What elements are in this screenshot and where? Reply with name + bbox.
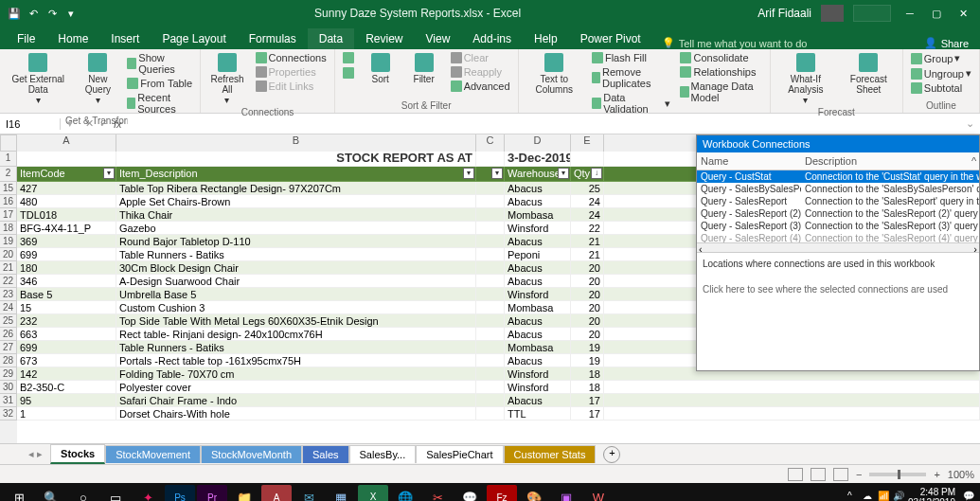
col-header-b[interactable]: B xyxy=(116,134,476,152)
subtotal-button[interactable]: Subtotal xyxy=(909,81,973,95)
screenshot-icon[interactable]: ▣ xyxy=(551,485,581,501)
tray-chevron-icon[interactable]: ^ xyxy=(847,491,861,501)
refresh-all-button[interactable]: Refresh All▾ xyxy=(206,51,247,107)
tab-pagelayout[interactable]: Page Layout xyxy=(151,28,237,49)
select-all-button[interactable] xyxy=(0,134,17,152)
sheet-tab-sales[interactable]: Sales xyxy=(302,445,349,463)
sheet-tab-stocks[interactable]: Stocks xyxy=(50,444,105,464)
sort-button[interactable]: Sort xyxy=(362,51,400,86)
tab-addins[interactable]: Add-ins xyxy=(461,28,523,49)
premiere-icon[interactable]: Pr xyxy=(197,485,227,501)
ribbon-display-options[interactable] xyxy=(853,5,891,22)
col-header-c[interactable]: C xyxy=(476,134,505,152)
close-button[interactable]: ✕ xyxy=(950,0,976,27)
col-header-d[interactable]: D xyxy=(505,134,571,152)
access-icon[interactable]: A xyxy=(261,485,292,501)
remove-duplicates-button[interactable]: Remove Duplicates xyxy=(590,65,673,90)
paint-icon[interactable]: 🎨 xyxy=(519,485,549,501)
consolidate-button[interactable]: Consolidate xyxy=(678,51,763,64)
sort-asc-button[interactable] xyxy=(341,51,356,64)
col-header-a[interactable]: A xyxy=(17,134,116,152)
col-description[interactable]: Description xyxy=(801,152,968,170)
share-button[interactable]: 👤 Share xyxy=(924,37,969,49)
minimize-button[interactable]: ─ xyxy=(897,0,923,27)
relationships-button[interactable]: Relationships xyxy=(678,65,763,79)
sheet-tab-stockmovemonth[interactable]: StockMoveMonth xyxy=(201,445,302,463)
table-row[interactable]: 1Dorset Chairs-With holeTTL17 xyxy=(17,407,980,420)
volume-icon[interactable]: 🔊 xyxy=(893,491,906,501)
qat-customize-icon[interactable]: ▾ xyxy=(64,7,78,20)
sheet-tab-salespiechart[interactable]: SalesPieChart xyxy=(416,445,503,463)
calculator-icon[interactable]: ▦ xyxy=(326,485,356,501)
tab-home[interactable]: Home xyxy=(46,28,99,49)
sort-desc-button[interactable] xyxy=(341,66,356,80)
forecast-sheet-button[interactable]: Forecast Sheet xyxy=(841,51,897,97)
new-sheet-button[interactable]: + xyxy=(603,446,620,463)
tab-powerpivot[interactable]: Power Pivot xyxy=(569,28,652,49)
sheet-tab-salesby[interactable]: SalesBy... xyxy=(349,445,417,463)
from-table-button[interactable]: From Table xyxy=(125,77,194,90)
properties-button[interactable]: Properties xyxy=(254,65,329,79)
text-to-columns-button[interactable]: Text to Columns xyxy=(525,51,584,97)
avatar[interactable] xyxy=(821,5,844,22)
app-icon[interactable]: ✦ xyxy=(133,485,163,501)
edit-links-button[interactable]: Edit Links xyxy=(254,80,329,93)
table-row[interactable]: 95Safari Chair Frame - IndoAbacus17 xyxy=(17,394,980,407)
show-queries-button[interactable]: Show Queries xyxy=(125,51,194,76)
tell-me-search[interactable]: 💡 Tell me what you want to do xyxy=(662,37,808,49)
onedrive-icon[interactable]: ☁ xyxy=(863,491,876,501)
col-name[interactable]: Name xyxy=(697,152,801,170)
connections-list[interactable]: Query - CustStatConnection to the 'CustS… xyxy=(697,170,979,242)
search-icon[interactable]: 🔍 xyxy=(36,485,66,501)
flash-fill-button[interactable]: Flash Fill xyxy=(590,51,673,64)
fx-icon[interactable]: fx xyxy=(114,118,122,130)
filter-icon[interactable]: ▾ xyxy=(558,168,569,179)
maximize-button[interactable]: ▢ xyxy=(923,0,950,27)
advanced-button[interactable]: Advanced xyxy=(449,80,512,93)
cancel-icon[interactable]: ✕ xyxy=(85,117,94,130)
page-break-view-icon[interactable] xyxy=(833,468,848,481)
sheet-tab-stockmovement[interactable]: StockMovement xyxy=(105,445,201,463)
undo-icon[interactable]: ↶ xyxy=(27,7,40,20)
sort-icon[interactable]: ^ xyxy=(968,152,979,170)
locations-hint[interactable]: Click here to see where the selected con… xyxy=(697,275,979,304)
tab-file[interactable]: File xyxy=(6,28,46,49)
filter-icon[interactable]: ▾ xyxy=(491,168,503,179)
zoom-in-button[interactable]: + xyxy=(934,469,939,480)
filter-button[interactable]: Filter xyxy=(405,51,443,86)
notifications-icon[interactable]: 💬 xyxy=(963,491,976,501)
zoom-slider[interactable] xyxy=(869,473,926,476)
name-box-dropdown[interactable]: ▾ xyxy=(61,117,80,130)
group-button[interactable]: Group ▾ xyxy=(909,51,973,65)
row-headers[interactable]: 1 2 151617181920212223242526272829303132 xyxy=(0,152,17,443)
system-clock[interactable]: 2:48 PM03/12/2019 xyxy=(908,487,955,501)
clear-button[interactable]: Clear xyxy=(449,51,512,64)
what-if-button[interactable]: What-If Analysis▾ xyxy=(776,51,835,107)
tab-help[interactable]: Help xyxy=(523,28,569,49)
formula-input[interactable] xyxy=(128,116,960,131)
expand-formula-icon[interactable]: ⌄ xyxy=(966,117,974,130)
enter-icon[interactable]: ✓ xyxy=(99,117,108,130)
file-explorer-icon[interactable]: 📁 xyxy=(229,485,259,501)
cortana-icon[interactable]: ○ xyxy=(68,485,98,501)
scrollbar[interactable]: ‹› xyxy=(697,242,979,252)
recent-sources-button[interactable]: Recent Sources xyxy=(125,91,194,116)
photoshop-icon[interactable]: Ps xyxy=(165,485,195,501)
tab-view[interactable]: View xyxy=(415,28,462,49)
redo-icon[interactable]: ↷ xyxy=(45,7,59,20)
table-row[interactable]: B2-350-CPolyester coverWinsford18 xyxy=(17,381,980,394)
snipping-icon[interactable]: ✂ xyxy=(422,485,453,501)
reapply-button[interactable]: Reapply xyxy=(449,65,512,79)
network-icon[interactable]: 📶 xyxy=(878,491,891,501)
zoom-out-button[interactable]: − xyxy=(856,469,862,480)
tab-insert[interactable]: Insert xyxy=(99,28,151,49)
sheet-tab-customerstats[interactable]: Customer Stats xyxy=(504,445,597,463)
sort-desc-icon[interactable]: ↓ xyxy=(591,168,602,179)
sheet-nav-icon[interactable]: ◂ ▸ xyxy=(28,448,43,460)
task-view-icon[interactable]: ▭ xyxy=(100,485,131,501)
get-external-data-button[interactable]: Get External Data▾ xyxy=(6,51,70,107)
connections-button[interactable]: Connections xyxy=(254,51,329,64)
name-box[interactable]: I16 xyxy=(0,118,61,130)
tab-formulas[interactable]: Formulas xyxy=(238,28,308,49)
tab-review[interactable]: Review xyxy=(354,28,414,49)
